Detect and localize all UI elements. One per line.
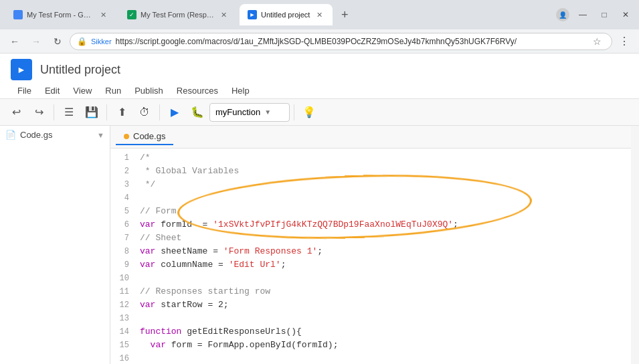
line-content bbox=[137, 191, 631, 205]
editor-tab-label: Code.gs bbox=[133, 131, 165, 141]
profile-icon: 👤 bbox=[556, 8, 569, 21]
tab-my-test-form-response[interactable]: ✓ My Test Form (Response... ✕ bbox=[119, 4, 237, 25]
code-line: 8 var sheetName = 'Form Responses 1'; bbox=[110, 245, 631, 258]
tab-label-3: Untitled project bbox=[261, 11, 310, 19]
line-number: 15 bbox=[110, 339, 137, 352]
app-header: ► Untitled project File Edit View Run Pu… bbox=[0, 54, 639, 99]
refresh-button[interactable]: ↻ bbox=[48, 32, 67, 51]
tab-close-1[interactable]: ✕ bbox=[98, 9, 108, 20]
line-content bbox=[137, 272, 631, 285]
code-line: 16 bbox=[110, 352, 631, 364]
back-button[interactable]: ← bbox=[5, 32, 24, 51]
new-tab-button[interactable]: + bbox=[335, 5, 354, 24]
page-title: Untitled project bbox=[40, 63, 120, 77]
close-button[interactable]: ✕ bbox=[618, 7, 634, 23]
modified-indicator bbox=[124, 134, 129, 139]
toolbar-separator-1 bbox=[54, 104, 54, 120]
bookmark-icon[interactable]: ☆ bbox=[589, 33, 605, 50]
editor-tab-code-gs[interactable]: Code.gs bbox=[116, 128, 173, 145]
menu-publish[interactable]: Publish bbox=[128, 83, 170, 98]
code-line: 5 // Form bbox=[110, 205, 631, 218]
menu-edit[interactable]: Edit bbox=[38, 83, 66, 98]
editor-content[interactable]: 1 /* 2 * Global Variables 3 */ 4 bbox=[110, 149, 631, 364]
line-number: 14 bbox=[110, 325, 137, 339]
forward-button[interactable]: → bbox=[27, 32, 45, 51]
code-line: 14 function getEditResponseUrls(){ bbox=[110, 325, 631, 339]
line-content: var formId = '1xSVktJfvPIfjG4kKTzQQ7BDp1… bbox=[137, 218, 631, 232]
code-line: 1 /* bbox=[110, 151, 631, 165]
code-line: 12 var startRow = 2; bbox=[110, 298, 631, 312]
function-selector[interactable]: myFunction ▼ bbox=[209, 103, 290, 122]
line-content: * Global Variables bbox=[137, 165, 631, 178]
code-line: 10 bbox=[110, 272, 631, 285]
app-title-row: ► Untitled project bbox=[11, 59, 628, 80]
line-number: 13 bbox=[110, 312, 137, 325]
help-hint-button[interactable]: 💡 bbox=[298, 102, 320, 123]
browser-chrome: My Test Form - Google F... ✕ ✓ My Test F… bbox=[0, 0, 639, 29]
tab-untitled-project[interactable]: ► Untitled project ✕ bbox=[240, 4, 333, 25]
upload-button[interactable]: ⬆ bbox=[111, 102, 132, 123]
line-number: 12 bbox=[110, 298, 137, 312]
menu-view[interactable]: View bbox=[66, 83, 98, 98]
tab-favicon-3: ► bbox=[248, 10, 257, 19]
line-number: 1 bbox=[110, 151, 137, 165]
line-number: 9 bbox=[110, 258, 137, 272]
line-number: 11 bbox=[110, 285, 137, 298]
toolbar-separator-3 bbox=[159, 104, 160, 120]
line-content bbox=[137, 312, 631, 325]
code-line: 11 // Responses starting row bbox=[110, 285, 631, 298]
debug-button[interactable]: 🐛 bbox=[187, 102, 208, 123]
code-line: 4 bbox=[110, 191, 631, 205]
line-content: var startRow = 2; bbox=[137, 298, 631, 312]
run-button[interactable]: ▶ bbox=[164, 102, 185, 123]
logo-icon: ► bbox=[17, 64, 26, 75]
file-item-code-gs[interactable]: 📄 Code.gs ▼ bbox=[0, 126, 110, 144]
address-text: https://script.google.com/macros/d/1au_Z… bbox=[116, 37, 585, 46]
app-container: ► Untitled project File Edit View Run Pu… bbox=[0, 54, 639, 364]
menu-run[interactable]: Run bbox=[98, 83, 128, 98]
undo-button[interactable]: ↩ bbox=[5, 102, 27, 123]
line-number: 5 bbox=[110, 205, 137, 218]
tab-label-1: My Test Form - Google F... bbox=[27, 11, 94, 19]
line-number: 4 bbox=[110, 191, 137, 205]
address-bar-row: ← → ↻ 🔒 Sikker https://script.google.com… bbox=[0, 29, 639, 54]
tab-close-3[interactable]: ✕ bbox=[314, 9, 325, 20]
line-content: var form = FormApp.openById(formId); bbox=[137, 339, 631, 352]
line-content: // Responses starting row bbox=[137, 285, 631, 298]
line-number: 16 bbox=[110, 352, 137, 364]
file-name: Code.gs bbox=[20, 130, 52, 140]
file-dropdown-icon: ▼ bbox=[97, 131, 104, 139]
code-line: 9 var columnName = 'Edit Url'; bbox=[110, 258, 631, 272]
line-content: function getEditResponseUrls(){ bbox=[137, 325, 631, 339]
browser-menu-button[interactable]: ⋮ bbox=[615, 32, 634, 51]
line-number: 6 bbox=[110, 218, 137, 232]
menu-resources[interactable]: Resources bbox=[170, 83, 225, 98]
code-editor: Code.gs 1 /* 2 * Global Variables 3 bbox=[110, 126, 631, 364]
redo-button[interactable]: ↪ bbox=[28, 102, 50, 123]
line-content: */ bbox=[137, 178, 631, 191]
line-number: 3 bbox=[110, 178, 137, 191]
menu-help[interactable]: Help bbox=[225, 83, 256, 98]
address-bar[interactable]: 🔒 Sikker https://script.google.com/macro… bbox=[70, 33, 612, 50]
function-dropdown-arrow: ▼ bbox=[264, 108, 271, 116]
main-content: 📄 Code.gs ▼ Code.gs 1 /* bbox=[0, 126, 639, 364]
tab-my-test-form-google[interactable]: My Test Form - Google F... ✕ bbox=[5, 4, 116, 25]
scrollbar[interactable] bbox=[631, 126, 639, 364]
maximize-button[interactable]: □ bbox=[596, 7, 612, 23]
menu-file[interactable]: File bbox=[11, 83, 38, 98]
code-line: 15 var form = FormApp.openById(formId); bbox=[110, 339, 631, 352]
menu-bar: File Edit View Run Publish Resources Hel… bbox=[11, 83, 628, 98]
toolbar: ↩ ↪ ☰ 💾 ⬆ ⏱ ▶ 🐛 myFunction ▼ 💡 bbox=[0, 99, 639, 126]
line-number: 7 bbox=[110, 232, 137, 245]
file-panel: 📄 Code.gs ▼ bbox=[0, 126, 110, 364]
list-button[interactable]: ☰ bbox=[58, 102, 80, 123]
clock-button[interactable]: ⏱ bbox=[134, 102, 155, 123]
file-icon: 📄 bbox=[5, 130, 16, 140]
editor-tabs: Code.gs bbox=[110, 126, 631, 149]
line-content: /* bbox=[137, 151, 631, 165]
tab-close-2[interactable]: ✕ bbox=[218, 9, 229, 20]
code-line: 2 * Global Variables bbox=[110, 165, 631, 178]
save-button[interactable]: 💾 bbox=[81, 102, 102, 123]
minimize-button[interactable]: — bbox=[575, 7, 591, 23]
code-line: 6 var formId = '1xSVktJfvPIfjG4kKTzQQ7BD… bbox=[110, 218, 631, 232]
